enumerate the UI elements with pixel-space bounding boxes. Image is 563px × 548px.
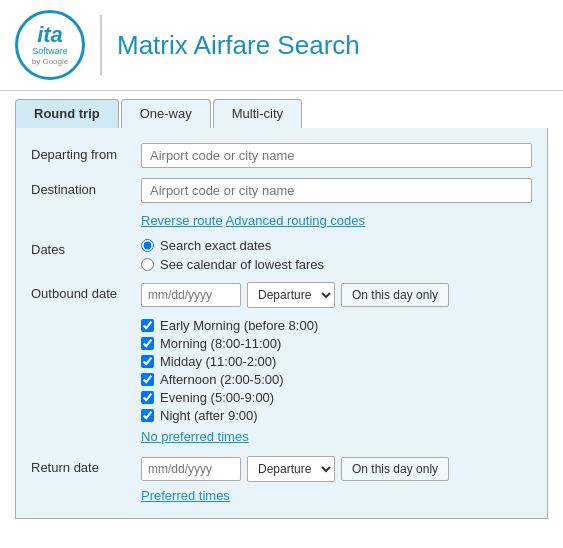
- destination-control: [141, 178, 532, 203]
- time-afternoon-label: Afternoon (2:00-5:00): [160, 372, 284, 387]
- preferred-times-row: Preferred times: [141, 488, 532, 503]
- outbound-on-this-day-btn[interactable]: On this day only: [341, 283, 449, 307]
- outbound-label: Outbound date: [31, 282, 141, 301]
- return-date-row: Departure Arrival On this day only: [141, 456, 532, 482]
- tab-round-trip[interactable]: Round trip: [15, 99, 119, 128]
- return-label: Return date: [31, 456, 141, 475]
- preferred-times-link[interactable]: Preferred times: [141, 488, 230, 503]
- outbound-departure-select[interactable]: Departure Arrival: [247, 282, 335, 308]
- time-night-checkbox[interactable]: [141, 409, 154, 422]
- time-midday-checkbox[interactable]: [141, 355, 154, 368]
- dates-calendar-radio[interactable]: [141, 258, 154, 271]
- no-preferred-times-link[interactable]: No preferred times: [141, 429, 249, 444]
- time-afternoon-checkbox[interactable]: [141, 373, 154, 386]
- dates-exact-option[interactable]: Search exact dates: [141, 238, 532, 253]
- time-afternoon[interactable]: Afternoon (2:00-5:00): [141, 372, 532, 387]
- time-midday[interactable]: Midday (11:00-2:00): [141, 354, 532, 369]
- return-control: Departure Arrival On this day only Prefe…: [141, 456, 532, 503]
- time-night[interactable]: Night (after 9:00): [141, 408, 532, 423]
- outbound-date-input[interactable]: [141, 283, 241, 307]
- return-on-this-day-btn[interactable]: On this day only: [341, 457, 449, 481]
- time-evening[interactable]: Evening (5:00-9:00): [141, 390, 532, 405]
- departing-control: [141, 143, 532, 168]
- return-row: Return date Departure Arrival On this da…: [31, 456, 532, 503]
- search-form: Departing from Destination Reverse route…: [15, 128, 548, 519]
- reverse-route-link[interactable]: Reverse route: [141, 213, 223, 228]
- advanced-routing-link[interactable]: Advanced routing codes: [226, 213, 365, 228]
- departing-input[interactable]: [141, 143, 532, 168]
- time-midday-label: Midday (11:00-2:00): [160, 354, 276, 369]
- time-early-morning[interactable]: Early Morning (before 8:00): [141, 318, 532, 333]
- dates-calendar-label: See calendar of lowest fares: [160, 257, 324, 272]
- time-early-morning-checkbox[interactable]: [141, 319, 154, 332]
- logo-ita-text: ita: [37, 24, 63, 46]
- return-departure-select[interactable]: Departure Arrival: [247, 456, 335, 482]
- dates-options: Search exact dates See calendar of lowes…: [141, 238, 532, 272]
- page-title: Matrix Airfare Search: [117, 30, 360, 61]
- logo-google-text: by Google: [32, 57, 68, 66]
- time-options: Early Morning (before 8:00) Morning (8:0…: [31, 318, 532, 444]
- no-preferred-times-row: No preferred times: [141, 429, 532, 444]
- dates-exact-label: Search exact dates: [160, 238, 271, 253]
- time-early-morning-label: Early Morning (before 8:00): [160, 318, 318, 333]
- header: ita Software by Google Matrix Airfare Se…: [0, 0, 563, 91]
- time-morning-checkbox[interactable]: [141, 337, 154, 350]
- outbound-row: Outbound date Departure Arrival On this …: [31, 282, 532, 308]
- dates-exact-radio[interactable]: [141, 239, 154, 252]
- routing-links: Reverse route Advanced routing codes: [31, 213, 532, 228]
- tab-multi-city[interactable]: Multi-city: [213, 99, 302, 128]
- logo-software-text: Software: [32, 46, 68, 57]
- time-night-label: Night (after 9:00): [160, 408, 258, 423]
- time-evening-checkbox[interactable]: [141, 391, 154, 404]
- return-date-input[interactable]: [141, 457, 241, 481]
- tab-one-way[interactable]: One-way: [121, 99, 211, 128]
- departing-row: Departing from: [31, 143, 532, 168]
- outbound-date-row: Departure Arrival On this day only: [141, 282, 532, 308]
- tab-bar: Round trip One-way Multi-city: [0, 99, 563, 128]
- time-evening-label: Evening (5:00-9:00): [160, 390, 274, 405]
- departing-label: Departing from: [31, 143, 141, 162]
- dates-label: Dates: [31, 238, 141, 257]
- dates-calendar-option[interactable]: See calendar of lowest fares: [141, 257, 532, 272]
- destination-label: Destination: [31, 178, 141, 197]
- header-divider: [100, 15, 102, 75]
- logo: ita Software by Google: [15, 10, 85, 80]
- dates-row: Dates Search exact dates See calendar of…: [31, 238, 532, 272]
- time-morning-label: Morning (8:00-11:00): [160, 336, 281, 351]
- destination-input[interactable]: [141, 178, 532, 203]
- outbound-control: Departure Arrival On this day only: [141, 282, 532, 308]
- time-morning[interactable]: Morning (8:00-11:00): [141, 336, 532, 351]
- destination-row: Destination: [31, 178, 532, 203]
